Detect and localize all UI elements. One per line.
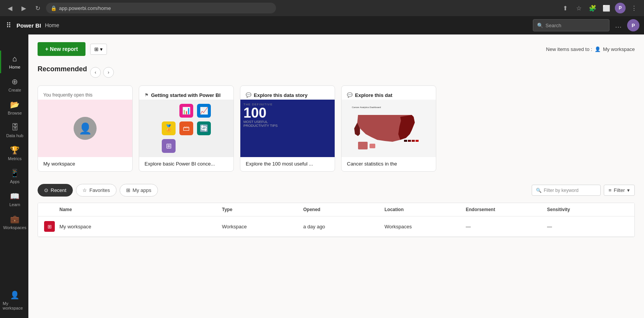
rec-card-my-workspace[interactable]: You frequently open this 👤 My workspace xyxy=(38,85,133,172)
sidebar-item-apps[interactable]: 📱 Apps xyxy=(0,165,28,188)
workspace-thumb: 👤 xyxy=(38,100,132,157)
learn-icon: 📖 xyxy=(10,192,20,201)
row-type-icon: ⊞ xyxy=(44,221,55,232)
next-arrow[interactable]: › xyxy=(103,67,114,78)
tab-my-apps[interactable]: ⊞ My apps xyxy=(120,184,158,197)
row-icon-cell: ⊞ xyxy=(44,221,59,232)
svg-rect-7 xyxy=(416,140,419,142)
search-box[interactable]: 🔍 Search xyxy=(533,19,610,31)
filter-lines-icon: ≡ xyxy=(609,187,612,193)
app-name: Power BI xyxy=(16,22,41,29)
pbi-icon-loop: 🔄 xyxy=(197,121,211,135)
cancer-map-thumb: Cancer Analytics Dashboard xyxy=(342,100,436,157)
new-report-button[interactable]: + New report xyxy=(38,42,85,56)
sidebar-label-my-workspace: My workspace xyxy=(3,301,27,310)
reload-button[interactable]: ↻ xyxy=(32,3,43,13)
share-icon[interactable]: ⬆ xyxy=(560,3,570,13)
comment-icon-4: 💬 xyxy=(347,92,353,98)
workspace-thumb-icon: 👤 xyxy=(74,117,97,140)
col-location: Location xyxy=(384,207,466,212)
menu-icon[interactable]: ⋮ xyxy=(629,3,639,13)
us-map-svg: Cancer Analytics Dashboard xyxy=(350,103,427,153)
rec-card-100-tips[interactable]: 💬 Explore this data story THE DEFINITIVE… xyxy=(240,85,335,172)
sidebar-label-data-hub: Data hub xyxy=(6,133,23,138)
rec-card-cancer-stats[interactable]: 💬 Explore this dat Cancer Analytics Dash… xyxy=(341,85,436,172)
powerbi-thumb: 📊 📈 🏅 🗃 🔄 ⊞ xyxy=(139,100,233,157)
sidebar-item-browse[interactable]: 📂 Browse xyxy=(0,96,28,119)
tabs-row: ⊙ Recent ☆ Favorites ⊞ My apps 🔍 Filter … xyxy=(38,184,635,197)
workspace-label: New items saved to : 👤 My workspace xyxy=(546,46,635,52)
svg-text:Cancer Analytics Dashboard: Cancer Analytics Dashboard xyxy=(352,106,381,108)
rec-card-label-3: Explore the 100 most useful ... xyxy=(240,157,335,171)
pbi-icon-golden: 🏅 xyxy=(162,121,176,135)
grid-dots-icon[interactable]: ⠿ xyxy=(5,20,13,31)
tab-favorites[interactable]: ☆ Favorites xyxy=(76,184,116,197)
forward-button[interactable]: ▶ xyxy=(18,3,29,13)
workspace-label-text: New items saved to : xyxy=(546,46,592,52)
sidebar-item-learn[interactable]: 📖 Learn xyxy=(0,188,28,211)
user-avatar[interactable]: P xyxy=(627,19,639,31)
window-icon[interactable]: ⬜ xyxy=(601,3,612,13)
tab-recent[interactable]: ⊙ Recent xyxy=(38,184,73,197)
rec-card-label-1: My workspace xyxy=(38,157,132,171)
search-icon: 🔍 xyxy=(537,23,543,28)
address-bar[interactable]: 🔒 app.powerbi.com/home xyxy=(46,3,276,13)
pbi-icon-grid: ⊞ xyxy=(162,139,176,153)
filter-chevron-icon: ▾ xyxy=(627,187,630,193)
row-endorsement: — xyxy=(466,224,547,229)
section-header-row: Recommended ‹ › xyxy=(38,65,635,79)
rec-card-header-4: 💬 Explore this dat xyxy=(342,86,436,100)
sidebar-label-create: Create xyxy=(8,88,21,92)
bookmark-icon[interactable]: ☆ xyxy=(573,3,584,13)
filter-button[interactable]: ≡ Filter ▾ xyxy=(604,185,635,196)
extensions-icon[interactable]: 🧩 xyxy=(587,3,598,13)
pbi-icon-data: 🗃 xyxy=(179,121,193,135)
pbi-icon-bar: 📈 xyxy=(197,104,211,118)
svg-rect-3 xyxy=(370,144,375,148)
100-tips-content: THE DEFINITIVE 100 MOST USEFULPRODUCTIVI… xyxy=(240,100,335,131)
tab-my-apps-label: My apps xyxy=(133,187,151,193)
view-toggle-icon: ⊞ xyxy=(94,46,99,52)
app-layout: ⌂ Home ⊕ Create 📂 Browse 🗄 Data hub 🏆 Me… xyxy=(0,16,644,318)
sidebar-label-browse: Browse xyxy=(8,111,22,115)
filter-input[interactable]: 🔍 Filter by keyword xyxy=(532,185,601,196)
rec-card-getting-started[interactable]: ⚑ Getting started with Power BI 📊 📈 🏅 🗃 xyxy=(139,85,234,172)
browser-user-avatar[interactable]: P xyxy=(615,3,626,13)
100-tips-thumb: THE DEFINITIVE 100 MOST USEFULPRODUCTIVI… xyxy=(240,100,335,157)
rec-card-thumb-2: 📊 📈 🏅 🗃 🔄 ⊞ xyxy=(139,100,233,157)
toolbar-row: + New report ⊞ ▾ New items saved to : 👤 … xyxy=(38,42,635,56)
recommended-row: You frequently open this 👤 My workspace … xyxy=(38,85,635,172)
sidebar-item-create[interactable]: ⊕ Create xyxy=(0,73,28,96)
rec-card-label-2: Explore basic Power BI conce... xyxy=(139,157,233,171)
apps-icon: 📱 xyxy=(10,169,20,178)
powerbi-icons-grid: 📊 📈 🏅 🗃 🔄 ⊞ xyxy=(158,100,215,157)
col-opened: Opened xyxy=(303,207,384,212)
sidebar-item-metrics[interactable]: 🏆 Metrics xyxy=(0,142,28,165)
sidebar-item-home[interactable]: ⌂ Home xyxy=(0,51,28,73)
filter-placeholder: Filter by keyword xyxy=(544,188,579,193)
create-icon: ⊕ xyxy=(12,77,18,86)
prev-arrow[interactable]: ‹ xyxy=(90,67,101,78)
svg-rect-5 xyxy=(408,140,411,142)
back-button[interactable]: ◀ xyxy=(5,3,15,13)
my-apps-icon: ⊞ xyxy=(126,187,130,193)
rec-card-header-text-2: Getting started with Power BI xyxy=(151,92,220,98)
my-workspace-icon: 👤 xyxy=(10,290,20,300)
row-sensitivity: — xyxy=(547,224,628,229)
rec-card-header-1: You frequently open this xyxy=(38,86,132,100)
more-options-icon[interactable]: … xyxy=(613,20,623,31)
row-location: Workspaces xyxy=(384,224,466,229)
rec-card-header-text-3: Explore this data story xyxy=(254,92,307,98)
table-row[interactable]: ⊞ My workspace Workspace a day ago Works… xyxy=(38,216,634,237)
sidebar-item-my-workspace[interactable]: 👤 My workspace xyxy=(0,287,28,314)
view-toggle-button[interactable]: ⊞ ▾ xyxy=(90,44,107,55)
table-header: Name Type Opened Location Endorsement Se… xyxy=(38,203,634,216)
sidebar-item-workspaces[interactable]: 💼 Workspaces xyxy=(0,211,28,234)
sidebar-item-data-hub[interactable]: 🗄 Data hub xyxy=(0,119,28,142)
browser-chrome: ◀ ▶ ↻ 🔒 app.powerbi.com/home ⬆ ☆ 🧩 ⬜ P ⋮ xyxy=(0,0,644,16)
rec-card-thumb-1: 👤 xyxy=(38,100,132,157)
rec-card-label-4: Cancer statistics in the xyxy=(342,157,436,171)
sidebar-bottom: 👤 My workspace xyxy=(0,287,28,318)
pbi-icon-report: 📊 xyxy=(179,104,193,118)
col-endorsement: Endorsement xyxy=(466,207,547,212)
